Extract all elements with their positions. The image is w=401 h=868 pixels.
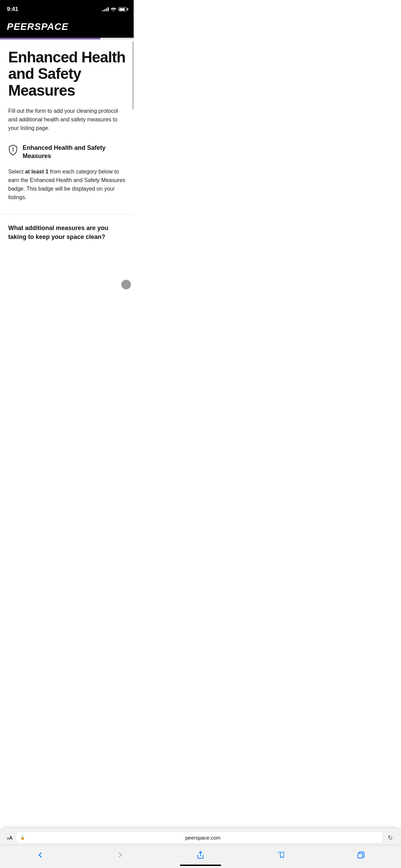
- logo: PEERSPACE: [7, 21, 127, 32]
- select-bold: at least 1: [25, 169, 48, 174]
- shield-icon: [8, 144, 18, 157]
- select-prefix: Select: [8, 169, 25, 174]
- signal-icon: [102, 7, 109, 11]
- main-content: Enhanced Health and Safety Measures Fill…: [0, 39, 134, 296]
- page-title: Enhanced Health and Safety Measures: [8, 49, 125, 99]
- section-divider: [0, 214, 134, 214]
- svg-point-1: [13, 147, 14, 148]
- page-description: Fill out the form to add your cleaning p…: [8, 107, 125, 132]
- wifi-icon: [111, 7, 116, 11]
- status-time: 9:41: [7, 6, 18, 13]
- section-header: Enhanced Health and Safety Measures: [8, 144, 125, 160]
- section-title: Enhanced Health and Safety Measures: [23, 144, 125, 160]
- battery-icon: [118, 7, 127, 11]
- select-instruction: Select at least 1 from each category bel…: [8, 168, 125, 202]
- status-icons: [102, 7, 127, 11]
- additional-section-title: What additional measures are you taking …: [8, 224, 125, 241]
- app-header: PEERSPACE: [0, 17, 134, 38]
- scroll-indicator: [121, 280, 131, 289]
- status-bar: 9:41: [0, 0, 134, 17]
